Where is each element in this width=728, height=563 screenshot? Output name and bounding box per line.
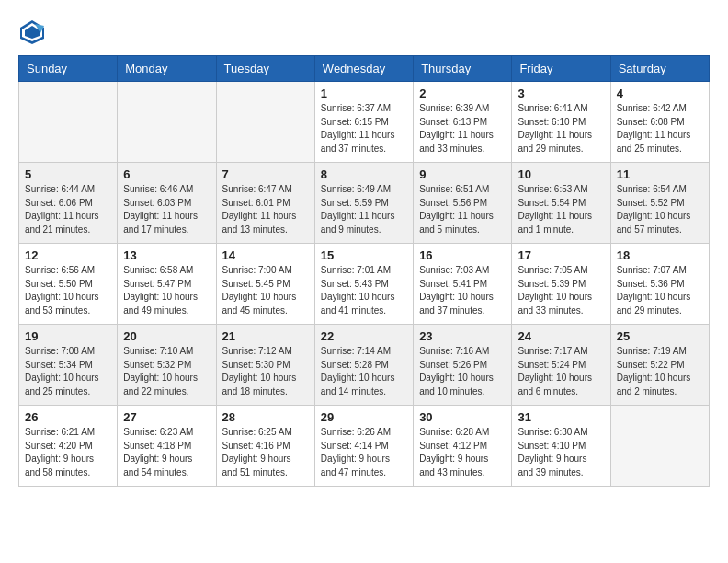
week-row: 19Sunrise: 7:08 AM Sunset: 5:34 PM Dayli…	[19, 325, 710, 406]
day-number: 28	[222, 410, 309, 424]
calendar-cell: 19Sunrise: 7:08 AM Sunset: 5:34 PM Dayli…	[19, 325, 118, 406]
logo-icon	[18, 18, 46, 46]
day-number: 20	[123, 329, 210, 343]
day-info: Sunrise: 6:42 AM Sunset: 6:08 PM Dayligh…	[617, 102, 703, 155]
calendar-cell: 17Sunrise: 7:05 AM Sunset: 5:39 PM Dayli…	[512, 244, 610, 325]
day-number: 11	[617, 167, 703, 181]
calendar-cell: 12Sunrise: 6:56 AM Sunset: 5:50 PM Dayli…	[19, 244, 118, 325]
calendar-table: SundayMondayTuesdayWednesdayThursdayFrid…	[18, 55, 710, 487]
day-number: 19	[25, 329, 111, 343]
calendar-cell: 4Sunrise: 6:42 AM Sunset: 6:08 PM Daylig…	[610, 82, 709, 163]
calendar-cell: 18Sunrise: 7:07 AM Sunset: 5:36 PM Dayli…	[610, 244, 709, 325]
calendar-cell: 11Sunrise: 6:54 AM Sunset: 5:52 PM Dayli…	[610, 163, 709, 244]
day-number: 5	[25, 167, 111, 181]
day-info: Sunrise: 7:12 AM Sunset: 5:30 PM Dayligh…	[222, 345, 309, 398]
days-row: SundayMondayTuesdayWednesdayThursdayFrid…	[19, 56, 710, 82]
calendar-cell: 23Sunrise: 7:16 AM Sunset: 5:26 PM Dayli…	[414, 325, 512, 406]
day-info: Sunrise: 6:47 AM Sunset: 6:01 PM Dayligh…	[222, 183, 309, 236]
calendar-cell: 1Sunrise: 6:37 AM Sunset: 6:15 PM Daylig…	[314, 82, 413, 163]
day-number: 6	[123, 167, 210, 181]
page: SundayMondayTuesdayWednesdayThursdayFrid…	[0, 0, 728, 496]
day-number: 25	[617, 329, 703, 343]
day-number: 4	[617, 86, 703, 100]
day-info: Sunrise: 7:19 AM Sunset: 5:22 PM Dayligh…	[617, 345, 703, 398]
calendar-cell: 14Sunrise: 7:00 AM Sunset: 5:45 PM Dayli…	[216, 244, 314, 325]
header	[18, 18, 710, 46]
calendar-cell: 10Sunrise: 6:53 AM Sunset: 5:54 PM Dayli…	[512, 163, 610, 244]
day-info: Sunrise: 6:51 AM Sunset: 5:56 PM Dayligh…	[419, 183, 506, 236]
day-info: Sunrise: 7:08 AM Sunset: 5:34 PM Dayligh…	[25, 345, 111, 398]
day-info: Sunrise: 7:05 AM Sunset: 5:39 PM Dayligh…	[518, 264, 604, 317]
day-number: 17	[518, 248, 604, 262]
day-number: 18	[617, 248, 703, 262]
calendar-cell: 15Sunrise: 7:01 AM Sunset: 5:43 PM Dayli…	[314, 244, 413, 325]
day-number: 14	[222, 248, 309, 262]
day-number: 1	[321, 86, 407, 100]
day-number: 23	[419, 329, 506, 343]
day-number: 30	[419, 410, 506, 424]
calendar-cell: 5Sunrise: 6:44 AM Sunset: 6:06 PM Daylig…	[19, 163, 118, 244]
calendar-cell	[216, 82, 314, 163]
calendar-cell: 21Sunrise: 7:12 AM Sunset: 5:30 PM Dayli…	[216, 325, 314, 406]
day-number: 27	[123, 410, 210, 424]
day-number: 10	[518, 167, 604, 181]
day-header-tuesday: Tuesday	[216, 56, 314, 82]
day-info: Sunrise: 6:54 AM Sunset: 5:52 PM Dayligh…	[617, 183, 703, 236]
calendar-cell	[118, 82, 216, 163]
day-info: Sunrise: 7:01 AM Sunset: 5:43 PM Dayligh…	[321, 264, 407, 317]
calendar-cell: 30Sunrise: 6:28 AM Sunset: 4:12 PM Dayli…	[414, 406, 512, 487]
day-header-friday: Friday	[512, 56, 610, 82]
day-info: Sunrise: 6:41 AM Sunset: 6:10 PM Dayligh…	[518, 102, 604, 155]
calendar-cell: 7Sunrise: 6:47 AM Sunset: 6:01 PM Daylig…	[216, 163, 314, 244]
day-header-sunday: Sunday	[19, 56, 118, 82]
calendar-cell: 2Sunrise: 6:39 AM Sunset: 6:13 PM Daylig…	[414, 82, 512, 163]
calendar-cell: 20Sunrise: 7:10 AM Sunset: 5:32 PM Dayli…	[118, 325, 216, 406]
calendar-body: 1Sunrise: 6:37 AM Sunset: 6:15 PM Daylig…	[19, 82, 710, 487]
day-number: 7	[222, 167, 309, 181]
calendar-cell: 22Sunrise: 7:14 AM Sunset: 5:28 PM Dayli…	[314, 325, 413, 406]
day-info: Sunrise: 7:16 AM Sunset: 5:26 PM Dayligh…	[419, 345, 506, 398]
day-number: 29	[321, 410, 407, 424]
day-info: Sunrise: 7:03 AM Sunset: 5:41 PM Dayligh…	[419, 264, 506, 317]
day-info: Sunrise: 6:30 AM Sunset: 4:10 PM Dayligh…	[518, 426, 604, 479]
day-number: 12	[25, 248, 111, 262]
calendar-cell: 13Sunrise: 6:58 AM Sunset: 5:47 PM Dayli…	[118, 244, 216, 325]
calendar-cell: 26Sunrise: 6:21 AM Sunset: 4:20 PM Dayli…	[19, 406, 118, 487]
day-info: Sunrise: 7:17 AM Sunset: 5:24 PM Dayligh…	[518, 345, 604, 398]
day-number: 26	[25, 410, 111, 424]
day-info: Sunrise: 6:44 AM Sunset: 6:06 PM Dayligh…	[25, 183, 111, 236]
week-row: 26Sunrise: 6:21 AM Sunset: 4:20 PM Dayli…	[19, 406, 710, 487]
day-info: Sunrise: 6:49 AM Sunset: 5:59 PM Dayligh…	[321, 183, 407, 236]
week-row: 1Sunrise: 6:37 AM Sunset: 6:15 PM Daylig…	[19, 82, 710, 163]
day-number: 2	[419, 86, 506, 100]
day-info: Sunrise: 6:39 AM Sunset: 6:13 PM Dayligh…	[419, 102, 506, 155]
week-row: 5Sunrise: 6:44 AM Sunset: 6:06 PM Daylig…	[19, 163, 710, 244]
day-info: Sunrise: 6:58 AM Sunset: 5:47 PM Dayligh…	[123, 264, 210, 317]
day-info: Sunrise: 6:53 AM Sunset: 5:54 PM Dayligh…	[518, 183, 604, 236]
day-header-thursday: Thursday	[414, 56, 512, 82]
calendar-cell: 27Sunrise: 6:23 AM Sunset: 4:18 PM Dayli…	[118, 406, 216, 487]
day-info: Sunrise: 7:00 AM Sunset: 5:45 PM Dayligh…	[222, 264, 309, 317]
day-info: Sunrise: 6:26 AM Sunset: 4:14 PM Dayligh…	[321, 426, 407, 479]
calendar-cell	[610, 406, 709, 487]
day-number: 15	[321, 248, 407, 262]
day-number: 13	[123, 248, 210, 262]
day-info: Sunrise: 6:46 AM Sunset: 6:03 PM Dayligh…	[123, 183, 210, 236]
calendar-header: SundayMondayTuesdayWednesdayThursdayFrid…	[19, 56, 710, 82]
day-number: 3	[518, 86, 604, 100]
day-info: Sunrise: 6:56 AM Sunset: 5:50 PM Dayligh…	[25, 264, 111, 317]
day-number: 31	[518, 410, 604, 424]
calendar-cell: 9Sunrise: 6:51 AM Sunset: 5:56 PM Daylig…	[414, 163, 512, 244]
day-info: Sunrise: 6:37 AM Sunset: 6:15 PM Dayligh…	[321, 102, 407, 155]
day-header-saturday: Saturday	[610, 56, 709, 82]
day-info: Sunrise: 7:10 AM Sunset: 5:32 PM Dayligh…	[123, 345, 210, 398]
calendar-cell	[19, 82, 118, 163]
day-info: Sunrise: 6:28 AM Sunset: 4:12 PM Dayligh…	[419, 426, 506, 479]
calendar-cell: 25Sunrise: 7:19 AM Sunset: 5:22 PM Dayli…	[610, 325, 709, 406]
calendar-cell: 8Sunrise: 6:49 AM Sunset: 5:59 PM Daylig…	[314, 163, 413, 244]
day-info: Sunrise: 6:23 AM Sunset: 4:18 PM Dayligh…	[123, 426, 210, 479]
calendar-cell: 28Sunrise: 6:25 AM Sunset: 4:16 PM Dayli…	[216, 406, 314, 487]
day-header-wednesday: Wednesday	[314, 56, 413, 82]
calendar-cell: 6Sunrise: 6:46 AM Sunset: 6:03 PM Daylig…	[118, 163, 216, 244]
day-number: 16	[419, 248, 506, 262]
